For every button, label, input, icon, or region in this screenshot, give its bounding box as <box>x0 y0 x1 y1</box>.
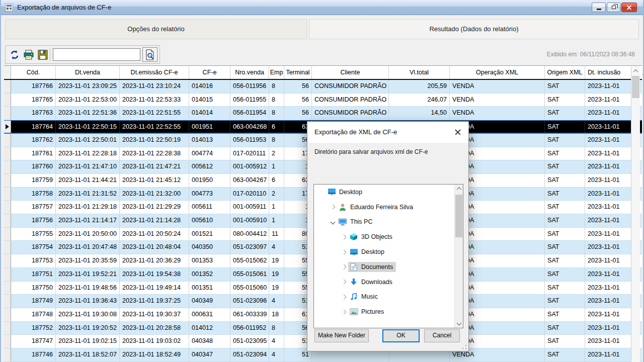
tab-resultado[interactable]: Resultado (Dados do relatório) <box>309 19 639 39</box>
column-header-emissao[interactable]: Dt.emissão CF-e <box>120 66 189 79</box>
cell-origem: SAT <box>545 201 585 214</box>
row-selector[interactable] <box>4 94 11 107</box>
save-button[interactable] <box>37 49 49 61</box>
preview-report-button[interactable] <box>142 47 157 62</box>
cell-origem: SAT <box>545 188 585 201</box>
tree-item-3d-objects[interactable]: 3D Objects <box>314 229 463 244</box>
cell-cfe: 014014 <box>189 107 230 120</box>
tab-opcoes-relatorio[interactable]: Opções do relatório <box>5 19 307 39</box>
row-selector[interactable] <box>4 348 11 361</box>
column-header-incl[interactable]: Dt. inclusão <box>585 66 636 79</box>
tree-item-documents[interactable]: Documents <box>314 259 463 275</box>
tree-item-desktop[interactable]: Desktop <box>314 185 463 200</box>
tree-item-eduardo-ferreira-silva[interactable]: Eduardo Ferreira Silva <box>314 200 463 215</box>
chevron-right-icon[interactable] <box>341 234 346 239</box>
chevron-right-icon[interactable] <box>341 249 346 254</box>
tree-scrollbar[interactable] <box>454 185 463 328</box>
row-selector[interactable] <box>4 241 11 254</box>
table-row[interactable]: 1877662023-11-01 23:09:252023-11-01 23:1… <box>4 80 642 94</box>
cell-cod: 187755 <box>11 228 56 241</box>
row-selector[interactable] <box>4 188 11 201</box>
dialog-title-bar[interactable]: Exportação de XML de CF-e <box>307 122 468 143</box>
row-selector[interactable] <box>4 174 11 187</box>
cell-emp: 6 <box>269 174 284 187</box>
row-selector[interactable] <box>4 282 11 295</box>
column-header-term[interactable]: Terminal <box>284 66 312 79</box>
row-selector[interactable] <box>4 147 11 160</box>
table-row[interactable]: 1877652023-11-01 22:53:002023-11-01 22:5… <box>4 94 642 107</box>
title-bar[interactable]: Exportação de arquivos de CF-e <box>1 0 643 15</box>
cell-emp: 4 <box>269 241 284 254</box>
row-selector[interactable] <box>4 160 11 173</box>
row-selector[interactable] <box>4 228 11 241</box>
cell-venda: 2023-11-01 21:31:52 <box>56 188 120 201</box>
row-selector[interactable] <box>4 201 11 214</box>
chevron-down-icon[interactable] <box>330 220 335 225</box>
column-header-venda[interactable]: Dt.venda <box>56 66 120 79</box>
cell-term: 56 <box>284 80 312 93</box>
tree-item-pictures[interactable]: Pictures <box>314 304 463 319</box>
scroll-down-arrow[interactable] <box>455 319 463 328</box>
folder-tree: DesktopEduardo Ferreira SilvaThis PC3D O… <box>313 184 463 328</box>
chevron-right-icon[interactable] <box>341 295 346 300</box>
tree-item-music[interactable]: Music <box>314 290 463 305</box>
column-header-cliente[interactable]: Cliente <box>312 66 389 79</box>
chevron-right-icon[interactable] <box>341 309 346 314</box>
resize-grip[interactable] <box>462 344 467 349</box>
scroll-up-arrow[interactable] <box>455 185 463 193</box>
cell-emissao: 2023-11-01 22:51:55 <box>120 107 189 120</box>
cell-nro: 055-015060 <box>230 282 269 295</box>
scroll-up-arrow[interactable] <box>631 66 640 75</box>
cell-origem: SAT <box>545 228 585 241</box>
ok-button[interactable]: OK <box>382 329 420 342</box>
cell-emp: 11 <box>269 228 284 241</box>
scrollbar-thumb[interactable] <box>455 195 462 237</box>
cell-emp: 8 <box>269 94 284 107</box>
cell-incl: 2023-11-01 <box>585 228 636 241</box>
cell-cod: 187750 <box>11 282 56 295</box>
table-vertical-scrollbar[interactable] <box>631 66 640 362</box>
cell-cod: 187754 <box>11 241 56 254</box>
toolbar <box>5 45 160 64</box>
chevron-right-icon[interactable] <box>341 280 346 285</box>
cell-cfe: 005610 <box>189 214 230 227</box>
row-selector[interactable] <box>4 295 11 308</box>
cancel-button[interactable]: Cancel <box>424 329 460 342</box>
search-input[interactable] <box>53 48 140 61</box>
print-button[interactable] <box>23 49 35 61</box>
minimize-button[interactable] <box>592 3 606 12</box>
close-button[interactable] <box>621 3 637 12</box>
row-selector[interactable] <box>4 308 11 321</box>
make-new-folder-button[interactable]: Make New Folder <box>314 329 369 342</box>
tree-item-this-pc[interactable]: This PC <box>314 215 463 230</box>
row-selector[interactable] <box>4 268 11 281</box>
refresh-button[interactable] <box>9 49 21 61</box>
row-selector[interactable] <box>4 214 11 227</box>
row-selector[interactable] <box>4 121 11 133</box>
cell-incl: 2023-11-01 <box>585 268 636 281</box>
row-selector[interactable] <box>4 80 11 93</box>
column-header-cfe[interactable]: CF-e <box>189 66 230 79</box>
column-header-op[interactable]: Operação XML <box>450 66 545 79</box>
row-selector[interactable] <box>4 335 11 348</box>
cell-cod: 187758 <box>11 188 56 201</box>
column-header-total[interactable]: Vl.total <box>389 66 450 79</box>
column-header-nro[interactable]: Nro.venda <box>230 66 269 79</box>
tree-item-desktop[interactable]: Desktop <box>314 244 463 259</box>
row-selector[interactable] <box>4 134 11 147</box>
dialog-close-button[interactable] <box>453 128 462 137</box>
cell-emp: 1 <box>269 201 284 214</box>
column-header-emp[interactable]: Emp <box>269 66 284 79</box>
table-row[interactable]: 1877632023-11-01 22:51:362023-11-01 22:5… <box>4 107 642 120</box>
scrollbar-thumb[interactable] <box>632 76 639 98</box>
column-header-cod[interactable]: Cód. <box>11 66 56 79</box>
column-header-origem[interactable]: Origem XML <box>545 66 585 79</box>
chevron-right-icon[interactable] <box>341 264 346 269</box>
tree-item-downloads[interactable]: Downloads <box>314 275 463 290</box>
row-selector[interactable] <box>4 107 11 120</box>
cell-term: 56 <box>284 94 312 107</box>
row-selector[interactable] <box>4 322 11 335</box>
restore-button[interactable] <box>607 3 620 12</box>
row-selector[interactable] <box>4 254 11 267</box>
chevron-right-icon[interactable] <box>330 205 335 210</box>
